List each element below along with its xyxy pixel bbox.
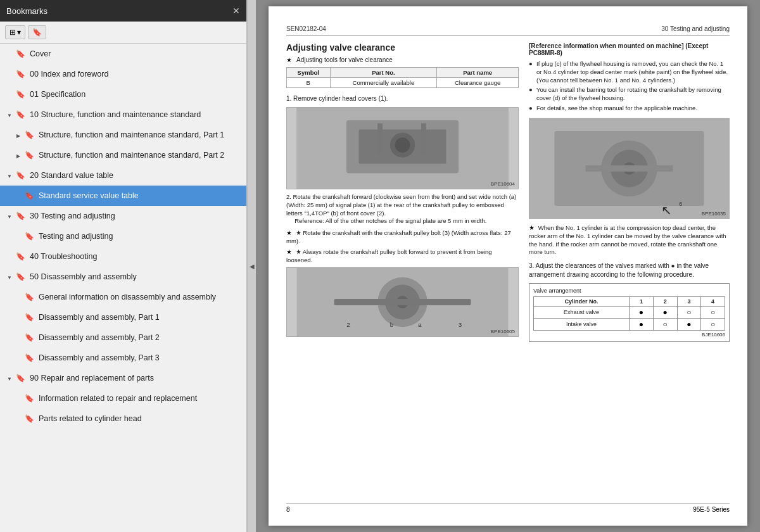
- flywheel-image: 6: [529, 118, 729, 218]
- bookmark-50-sub1[interactable]: 🔖 General information on disassembly and…: [0, 287, 246, 307]
- exhaust-label: Exhaust valve: [534, 307, 630, 319]
- bookmark-icon-50: 🔖: [16, 272, 26, 281]
- bookmark-90-sub1[interactable]: 🔖 Information related to repair and repl…: [0, 388, 246, 408]
- bookmark-10-sub1[interactable]: 🔖 Structure, function and maintenance st…: [0, 125, 246, 145]
- expand-arrow-30[interactable]: [5, 213, 14, 220]
- bookmark-cover[interactable]: 🔖 Cover: [0, 44, 246, 64]
- star-icon-2: ★: [286, 229, 292, 236]
- star-note1-text: ★ Rotate the crankshaft with the cranksh…: [286, 229, 511, 244]
- bookmark-label-30-sub1: Testing and adjusting: [39, 231, 241, 241]
- table-cell-partname: Clearance gauge: [437, 78, 519, 88]
- svg-text:b: b: [390, 321, 394, 328]
- svg-point-4: [395, 137, 410, 153]
- chevron-left-icon: ◀: [250, 263, 255, 270]
- right-star-note: ★ When the No. 1 cylinder is at the comp…: [529, 224, 730, 256]
- bookmark-10-sub2[interactable]: 🔖 Structure, function and maintenance st…: [0, 145, 246, 165]
- bookmark-icon-10-sub2: 🔖: [25, 151, 35, 160]
- svg-text:3: 3: [459, 321, 462, 328]
- bookmark-50-disassembly[interactable]: 🔖 50 Disassembly and assembly: [0, 267, 246, 287]
- bookmark-10-structure[interactable]: 🔖 10 Structure, function and maintenance…: [0, 104, 246, 125]
- bookmark-20-sub1[interactable]: 🔖 Standard service value table: [0, 186, 246, 206]
- svg-text:6: 6: [679, 201, 682, 207]
- valve-table-title: Valve arrangement: [533, 288, 725, 294]
- pdf-header-right: 30 Testing and adjusting: [661, 25, 730, 32]
- expand-arrow-50[interactable]: [5, 274, 14, 281]
- star-icon-1: ★: [286, 56, 292, 63]
- bookmark-50-sub3[interactable]: 🔖 Disassembly and assembly, Part 2: [0, 327, 246, 348]
- pdf-footer-page: 8: [286, 506, 290, 513]
- bookmark-30-sub1[interactable]: 🔖 Testing and adjusting: [0, 226, 246, 246]
- main-content: SEN02182-04 30 Testing and adjusting Adj…: [256, 0, 760, 532]
- expand-arrow-90[interactable]: [5, 375, 14, 382]
- valve-table: Cylinder No. 1 2 3 4 Exhaust valve ●: [533, 296, 725, 331]
- bookmark-label-10-sub1: Structure, function and maintenance stan…: [39, 130, 241, 140]
- pdf-step3: 3. Adjust the clearances of the valves m…: [529, 262, 730, 279]
- img2-label: BPE10605: [491, 329, 515, 334]
- bullet-dot-3: ●: [529, 104, 534, 113]
- valve-col-2: 2: [653, 297, 677, 307]
- bookmark-50-sub2[interactable]: 🔖 Disassembly and assembly, Part 1: [0, 307, 246, 327]
- valve-table-img-label: BJE10606: [533, 332, 725, 338]
- bookmark-label-50-sub1: General information on disassembly and a…: [39, 292, 241, 302]
- bookmark-label-20: 20 Standard value table: [30, 170, 241, 180]
- bookmark-20-std[interactable]: 🔖 20 Standard value table: [0, 165, 246, 186]
- close-button[interactable]: ✕: [232, 6, 240, 16]
- bookmark-icon-90-sub1: 🔖: [25, 394, 35, 403]
- valve-col-4: 4: [701, 297, 725, 307]
- bullet-text-1: If plug (c) of the flywheel housing is r…: [536, 60, 730, 84]
- panel-toggle[interactable]: ◀: [247, 0, 256, 532]
- exhaust-1-circle: ●: [639, 308, 643, 317]
- bullet-1: ● If plug (c) of the flywheel housing is…: [529, 60, 730, 84]
- bookmark-label-10-sub2: Structure, function and maintenance stan…: [39, 150, 241, 160]
- pdf-col-left: Adjusting valve clearance ★ Adjusting to…: [286, 42, 519, 500]
- bookmark-30-testing[interactable]: 🔖 30 Testing and adjusting: [0, 206, 246, 226]
- bookmark-icon-90-sub2: 🔖: [25, 414, 35, 423]
- exhaust-4: ○: [701, 307, 725, 319]
- bullet-dot-1: ●: [529, 60, 534, 68]
- bookmark-label-50-sub4: Disassembly and assembly, Part 3: [39, 353, 241, 363]
- sidebar-title: Bookmarks: [6, 6, 48, 16]
- exhaust-3-circle: ○: [687, 308, 691, 317]
- right-ref-title: [Reference information when mounted on m…: [529, 42, 730, 56]
- pdf-title: Adjusting valve clearance: [286, 42, 519, 53]
- pdf-step1: 1. Remove cylinder head covers (1).: [286, 94, 519, 103]
- expand-arrow-10-sub2[interactable]: [14, 152, 23, 159]
- bookmark-icon-20: 🔖: [16, 171, 26, 180]
- pdf-col-right: [Reference information when mounted on m…: [529, 42, 730, 500]
- bookmark-label-00: 00 Index and foreword: [30, 69, 241, 79]
- expand-arrow-10[interactable]: [5, 111, 14, 118]
- expand-button[interactable]: ⊞ ▾: [5, 25, 25, 39]
- bookmark-90-repair[interactable]: 🔖 90 Repair and replacement of parts: [0, 368, 246, 388]
- bookmark-40-trouble[interactable]: 🔖 40 Troubleshooting: [0, 246, 246, 267]
- bookmark-01-spec[interactable]: 🔖 01 Specification: [0, 84, 246, 104]
- bookmark-icon-40: 🔖: [16, 252, 26, 261]
- grid-icon: ⊞: [10, 28, 16, 37]
- bullet-3: ● For details, see the shop manual for t…: [529, 104, 730, 113]
- bookmark-label-cover: Cover: [30, 49, 241, 59]
- bookmark-icon-button[interactable]: 🔖: [28, 25, 46, 39]
- bookmark-label-90-sub2: Parts related to cylinder head: [39, 414, 241, 424]
- exhaust-3: ○: [677, 307, 701, 319]
- bookmark-90-sub2[interactable]: 🔖 Parts related to cylinder head: [0, 408, 246, 429]
- bookmark-00-index[interactable]: 🔖 00 Index and foreword: [0, 64, 246, 84]
- intake-4-circle: ○: [711, 320, 715, 329]
- bookmark-list: 🔖 Cover 🔖 00 Index and foreword 🔖 01 Spe…: [0, 44, 246, 532]
- bookmark-icon-90: 🔖: [16, 374, 26, 383]
- bookmark-50-sub4[interactable]: 🔖 Disassembly and assembly, Part 3: [0, 348, 246, 368]
- bookmark-label-50-sub3: Disassembly and assembly, Part 2: [39, 332, 241, 343]
- expand-arrow-10-sub1[interactable]: [14, 132, 23, 139]
- engine-image-2: 3 2 b a: [287, 268, 518, 336]
- intake-row: Intake valve ● ○ ● ○: [534, 319, 725, 331]
- expand-arrow-20[interactable]: [5, 172, 14, 179]
- intake-4: ○: [701, 319, 725, 331]
- valve-col-1: 1: [630, 297, 654, 307]
- table-cell-partno: Commercially available: [330, 78, 437, 88]
- valve-arrangement: Valve arrangement Cylinder No. 1 2 3 4: [529, 283, 730, 342]
- table-cell-symbol: B: [287, 78, 331, 88]
- pdf-header: SEN02182-04 30 Testing and adjusting: [286, 25, 730, 36]
- pdf-image-2: 3 2 b a BPE10605: [286, 267, 519, 337]
- intake-3: ●: [677, 319, 701, 331]
- sidebar: Bookmarks ✕ ⊞ ▾ 🔖 🔖 Cover 🔖 00 Index and…: [0, 0, 247, 532]
- bookmark-label-40: 40 Troubleshooting: [30, 251, 241, 262]
- img1-label: BPE10604: [491, 181, 515, 187]
